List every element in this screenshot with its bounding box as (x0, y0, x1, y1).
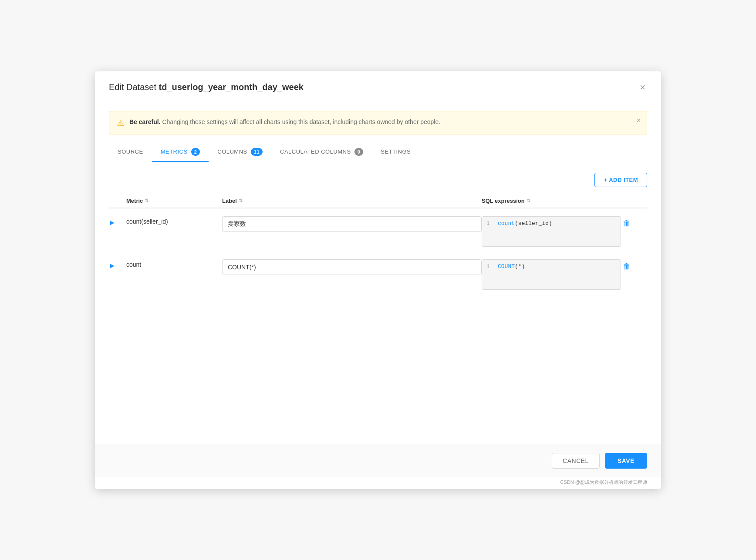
tab-calculated-columns-label: CALCULATED COLUMNS (280, 148, 351, 155)
tab-columns-label: COLUMNS (217, 148, 247, 155)
row1-label-input[interactable] (222, 216, 482, 232)
col-expand (109, 198, 126, 204)
tab-metrics[interactable]: METRICS 2 (152, 143, 209, 163)
tab-calculated-columns-badge: 0 (354, 148, 364, 156)
metric-sort-icon: ⇅ (145, 198, 148, 204)
row2-sql-cell: 1 COUNT(*) (482, 259, 621, 290)
row2-sql-line-num: 1 (486, 263, 493, 270)
alert-text: Be careful. Changing these settings will… (129, 117, 440, 127)
row2-sql-editor: 1 COUNT(*) (482, 259, 621, 290)
row1-delete-cell: 🗑 (621, 216, 647, 230)
alert-close-button[interactable]: × (637, 117, 641, 124)
row1-label-cell (222, 216, 482, 232)
row2-label-input[interactable] (222, 259, 482, 275)
col-label: Label ⇅ (222, 198, 482, 204)
table-row: ▶ count(seller_id) 1 count(seller_id) 🗑 (109, 210, 647, 253)
tab-columns[interactable]: COLUMNS 11 (209, 143, 271, 163)
save-button[interactable]: SAVE (605, 453, 647, 469)
modal-header: Edit Dataset td_userlog_year_month_day_w… (95, 71, 661, 102)
col-actions (621, 198, 647, 204)
row1-sql-editor: 1 count(seller_id) (482, 216, 621, 247)
tabs-bar: SOURCE METRICS 2 COLUMNS 11 CALCULATED C… (95, 142, 661, 163)
row1-expand-cell: ▶ (109, 216, 126, 227)
row2-expand-button[interactable]: ▶ (109, 261, 115, 270)
row1-sql-cell: 1 count(seller_id) (482, 216, 621, 247)
toolbar: + ADD ITEM (109, 173, 647, 187)
row2-metric-name: count (126, 259, 222, 268)
row2-expand-cell: ▶ (109, 259, 126, 270)
row2-delete-cell: 🗑 (621, 259, 647, 273)
row1-sql-code: count(seller_id) (498, 220, 616, 227)
alert-banner: ⚠ Be careful. Changing these settings wi… (109, 111, 647, 134)
col-metric: Metric ⇅ (126, 198, 222, 204)
col-sql: SQL expression ⇅ (482, 198, 621, 204)
tab-settings-label: SETTINGS (381, 148, 411, 155)
warning-icon: ⚠ (117, 118, 124, 128)
row1-expand-button[interactable]: ▶ (109, 218, 115, 227)
tab-source-label: SOURCE (118, 148, 143, 155)
edit-dataset-modal: Edit Dataset td_userlog_year_month_day_w… (95, 71, 661, 489)
tab-calculated-columns[interactable]: CALCULATED COLUMNS 0 (271, 143, 372, 163)
modal-footer: CANCEL SAVE (95, 444, 661, 477)
sql-sort-icon: ⇅ (526, 198, 530, 204)
table-header: Metric ⇅ Label ⇅ SQL expression ⇅ (109, 194, 647, 208)
add-item-button[interactable]: + ADD ITEM (594, 173, 647, 187)
row1-delete-button[interactable]: 🗑 (621, 217, 632, 230)
tab-source[interactable]: SOURCE (109, 143, 152, 161)
tab-settings[interactable]: SETTINGS (372, 143, 419, 161)
tab-metrics-label: METRICS (161, 148, 188, 155)
tab-columns-badge: 11 (251, 148, 263, 156)
row1-sql-line-num: 1 (486, 220, 493, 227)
row1-metric-name: count(seller_id) (126, 216, 222, 225)
modal-title: Edit Dataset td_userlog_year_month_day_w… (109, 82, 304, 92)
modal-close-button[interactable]: × (638, 81, 647, 94)
table-row: ▶ count 1 COUNT(*) 🗑 (109, 253, 647, 296)
row2-label-cell (222, 259, 482, 275)
row2-delete-button[interactable]: 🗑 (621, 260, 632, 273)
content-area: + ADD ITEM Metric ⇅ Label ⇅ SQL expressi… (95, 162, 661, 444)
cancel-button[interactable]: CANCEL (552, 453, 600, 469)
tab-metrics-badge: 2 (191, 148, 200, 156)
row2-sql-code: COUNT(*) (498, 263, 616, 270)
label-sort-icon: ⇅ (239, 198, 243, 204)
watermark: CSDN @想成为数据分析师的开发工程师 (95, 477, 661, 489)
